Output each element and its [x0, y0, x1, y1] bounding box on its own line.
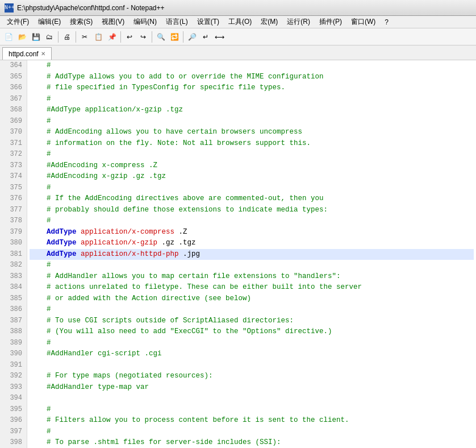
save-button[interactable]: 💾	[30, 31, 42, 43]
line-number-397: 397	[2, 426, 22, 438]
code-area[interactable]: # # AddType allows you to add to or over…	[27, 60, 476, 448]
code-line-388: # (You will also need to add "ExecCGI" t…	[30, 326, 474, 338]
line-number-384: 384	[2, 282, 22, 293]
line-number-394: 394	[2, 393, 22, 404]
menu-item-r[interactable]: 运行(R)	[282, 16, 315, 28]
open-button[interactable]: 📂	[16, 31, 28, 43]
line-number-371: 371	[2, 138, 22, 150]
cut-button[interactable]: ✂	[78, 31, 91, 43]
line-number-379: 379	[2, 227, 22, 238]
title-bar: N++ E:\phpstudy\Apache\conf\httpd.conf -…	[0, 0, 476, 16]
menu-item-e[interactable]: 编辑(E)	[34, 16, 65, 28]
line-number-396: 396	[2, 415, 22, 426]
code-line-395: #	[30, 404, 474, 416]
line-number-365: 365	[2, 72, 22, 83]
menu-item-m[interactable]: 宏(M)	[256, 16, 282, 28]
new-button[interactable]: 📄	[2, 31, 15, 43]
code-line-382: #	[30, 260, 474, 271]
line-number-368: 368	[2, 105, 22, 116]
code-line-378: #	[30, 215, 474, 227]
sync-button[interactable]: ⟷	[213, 31, 226, 43]
code-line-394	[30, 393, 474, 404]
save-all-button[interactable]: 🗂	[43, 31, 56, 43]
code-line-390: #AddHandler cgi-script .cgi	[30, 349, 474, 360]
menu-item-s[interactable]: 搜索(S)	[65, 16, 97, 28]
line-number-390: 390	[2, 349, 22, 360]
line-number-377: 377	[2, 205, 22, 216]
code-line-364: #	[30, 60, 474, 72]
line-number-372: 372	[2, 149, 22, 160]
code-line-367: #	[30, 94, 474, 105]
code-line-375: #	[30, 182, 474, 194]
code-line-369: #	[30, 116, 474, 127]
toolbar-sep-2	[76, 31, 76, 43]
line-number-370: 370	[2, 127, 22, 138]
tab-label: httpd.conf	[9, 50, 39, 58]
code-line-398: # To parse .shtml files for server-side …	[30, 437, 474, 448]
find-button[interactable]: 🔍	[155, 31, 167, 43]
line-number-373: 373	[2, 160, 22, 172]
print-button[interactable]: 🖨	[61, 31, 73, 43]
code-line-393: #AddHandler type-map var	[30, 382, 474, 393]
code-line-389: #	[30, 338, 474, 349]
zoom-in-button[interactable]: 🔎	[186, 31, 198, 43]
line-number-392: 392	[2, 371, 22, 382]
menu-item-o[interactable]: 工具(O)	[224, 16, 256, 28]
line-number-389: 389	[2, 338, 22, 349]
editor: 3643653663673683693703713723733743753763…	[0, 60, 476, 448]
paste-button[interactable]: 📌	[106, 31, 118, 43]
tab-httpd-conf[interactable]: httpd.conf ✕	[2, 47, 52, 60]
code-line-384: # actions unrelated to filetype. These c…	[30, 282, 474, 293]
line-number-375: 375	[2, 182, 22, 194]
line-number-367: 367	[2, 94, 22, 105]
code-line-365: # AddType allows you to add to or overri…	[30, 72, 474, 83]
code-line-381: AddType application/x-httpd-php .jpg	[30, 249, 474, 260]
menu-item-l[interactable]: 语言(L)	[161, 16, 193, 28]
line-number-364: 364	[2, 60, 22, 72]
replace-button[interactable]: 🔁	[168, 31, 181, 43]
code-line-376: # If the AddEncoding directives above ar…	[30, 193, 474, 205]
menu-item-p[interactable]: 插件(P)	[315, 16, 346, 28]
code-line-385: # or added with the Action directive (se…	[30, 293, 474, 305]
code-line-386: #	[30, 304, 474, 316]
line-number-380: 380	[2, 238, 22, 249]
line-number-374: 374	[2, 171, 22, 182]
tab-close-icon[interactable]: ✕	[41, 51, 45, 57]
toolbar-sep-4	[152, 31, 152, 43]
line-number-398: 398	[2, 437, 22, 448]
copy-button[interactable]: 📋	[92, 31, 105, 43]
menu-item-v[interactable]: 视图(V)	[97, 16, 129, 28]
code-line-397: #	[30, 426, 474, 438]
code-line-380: AddType application/x-gzip .gz .tgz	[30, 238, 474, 249]
line-number-376: 376	[2, 193, 22, 205]
line-number-395: 395	[2, 404, 22, 416]
line-number-388: 388	[2, 326, 22, 338]
line-number-386: 386	[2, 304, 22, 316]
menu-item-[interactable]: ?	[380, 17, 393, 27]
wrap-button[interactable]: ↵	[199, 31, 212, 43]
code-line-366: # file specified in TypesConfig for spec…	[30, 82, 474, 94]
line-numbers: 3643653663673683693703713723733743753763…	[0, 60, 27, 448]
app-icon: N++	[5, 3, 14, 13]
code-line-374: #AddEncoding x-gzip .gz .tgz	[30, 171, 474, 182]
line-number-385: 385	[2, 293, 22, 305]
line-number-383: 383	[2, 271, 22, 283]
code-line-396: # Filters allow you to process content b…	[30, 415, 474, 426]
code-line-373: #AddEncoding x-compress .Z	[30, 160, 474, 172]
line-number-366: 366	[2, 82, 22, 94]
menu-item-t[interactable]: 设置(T)	[193, 16, 224, 28]
line-number-381: 381	[2, 249, 22, 260]
menu-item-n[interactable]: 编码(N)	[129, 16, 161, 28]
toolbar-sep-1	[58, 31, 59, 43]
menu-item-f[interactable]: 文件(F)	[2, 16, 34, 28]
toolbar-sep-5	[183, 31, 183, 43]
undo-button[interactable]: ↩	[123, 31, 136, 43]
redo-button[interactable]: ↪	[137, 31, 149, 43]
code-line-371: # information on the fly. Note: Not all …	[30, 138, 474, 150]
line-number-382: 382	[2, 260, 22, 271]
menu-item-w[interactable]: 窗口(W)	[346, 16, 380, 28]
code-line-392: # For type maps (negotiated resources):	[30, 371, 474, 382]
menu-bar: 文件(F)编辑(E)搜索(S)视图(V)编码(N)语言(L)设置(T)工具(O)…	[0, 16, 476, 28]
line-number-378: 378	[2, 215, 22, 227]
code-line-391	[30, 360, 474, 371]
